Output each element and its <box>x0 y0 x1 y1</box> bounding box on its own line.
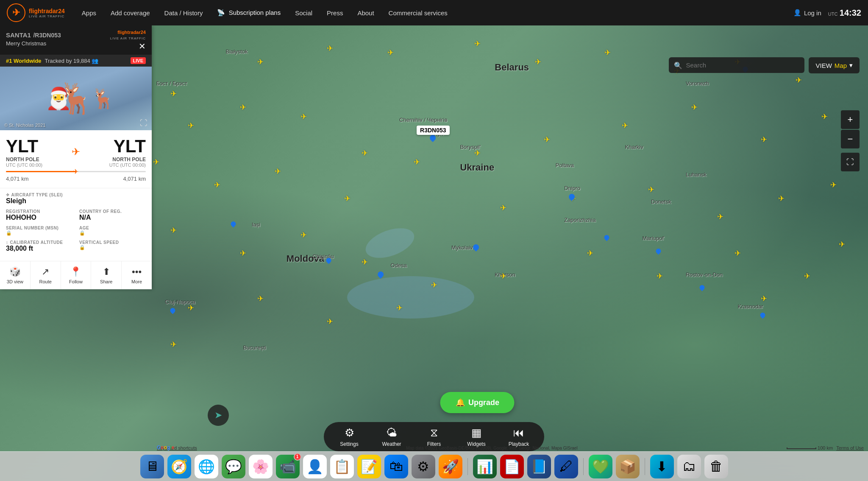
nav-item-add-coverage[interactable]: Add coverage <box>104 6 157 20</box>
toolbar-follow-button[interactable]: 📍 Follow <box>61 261 92 289</box>
weather-icon: 🌤 <box>386 426 397 439</box>
image-expand-button[interactable]: ⛶ <box>140 119 147 128</box>
zoom-in-button[interactable]: + <box>841 110 860 129</box>
santa-scene: 🦌 🎅 🦌 <box>0 67 152 130</box>
weather-button[interactable]: 🌤 Weather <box>379 426 404 447</box>
registration-item: REGISTRATION HOHOHO <box>6 209 72 221</box>
view-button[interactable]: VIEW Map ▾ <box>809 57 860 73</box>
nav-item-apps[interactable]: Apps <box>75 6 103 20</box>
arrival-info: YLT NORTH POLE UTC (UTC 00:00) <box>109 136 146 168</box>
facetime-badge: 1 <box>294 453 301 461</box>
terms-link[interactable]: Terms of Use <box>836 445 864 450</box>
notes-icon: 📝 <box>361 459 378 475</box>
map-attribution: Map data ©2021 GeoBasis-DE/BKG (©2009), … <box>406 446 577 450</box>
nav-item-commercial[interactable]: Commercial services <box>382 6 454 20</box>
nav-item-social[interactable]: Social <box>288 6 319 20</box>
dock-sysprefs[interactable]: ⚙ <box>412 455 435 478</box>
nav-item-press[interactable]: Press <box>320 6 350 20</box>
more-icon: ••• <box>132 266 142 277</box>
sysprefs-icon: ⚙ <box>417 459 429 475</box>
panel-close-button[interactable]: ✕ <box>139 42 146 50</box>
aircraft-type-value: Sleigh <box>6 197 146 205</box>
panel-tracked: Tracked by 19,884 👥 <box>45 58 99 64</box>
dock-trash[interactable]: 🗑 <box>704 455 728 478</box>
login-button[interactable]: 👤 Log in <box>793 9 821 17</box>
panel-callsign-suffix: /R3DN053 <box>33 32 61 39</box>
zoom-out-button[interactable]: − <box>841 130 860 148</box>
contacts-icon: 👤 <box>306 459 323 475</box>
toolbar-3d-view-button[interactable]: 🎲 3D view <box>0 261 31 289</box>
dock-launchpad[interactable]: 🚀 <box>439 455 462 478</box>
panel-rank: #1 Worldwide <box>6 58 42 64</box>
toolbar-more-button[interactable]: ••• More <box>122 261 152 289</box>
settings-icon: ⚙ <box>345 426 354 439</box>
panel-image: 🦌 🎅 🦌 © St. Nicholas 2021 ⛶ <box>0 67 152 130</box>
serial-lock-icon: 🔒 <box>6 230 72 236</box>
dock-word[interactable]: 📘 <box>527 455 551 478</box>
fr24-logo: flightradar24 <box>117 30 146 35</box>
dock-notes[interactable]: 📝 <box>357 455 381 478</box>
nav-time-block: UTC 14:32 <box>828 8 861 18</box>
toolbar-share-button[interactable]: ⬆ Share <box>91 261 122 289</box>
details-section: ✈ AIRCRAFT TYPE (SLEI) Sleigh REGISTRATI… <box>0 188 152 261</box>
registration-label: REGISTRATION <box>6 209 72 214</box>
altitude-value: 38,000 ft <box>6 245 72 252</box>
dock-safari[interactable]: 🧭 <box>167 455 191 478</box>
plane-icon: ✈ <box>6 193 10 197</box>
departure-info: YLT NORTH POLE UTC (UTC 00:00) <box>6 136 42 168</box>
altitude-label: ↕ CALIBRATED ALTITUDE <box>6 240 72 245</box>
dock-folder[interactable]: 🗂 <box>677 455 701 478</box>
dock-contacts[interactable]: 👤 <box>303 455 327 478</box>
dock-appstore[interactable]: 🛍 <box>384 455 408 478</box>
detail-row-serial: SERIAL NUMBER (MSN) 🔒 AGE 🔒 <box>6 226 146 236</box>
3d-view-icon: 🎲 <box>9 266 21 277</box>
dock-excel[interactable]: 📊 <box>473 455 497 478</box>
altitude-item: ↕ CALIBRATED ALTITUDE 38,000 ft <box>6 240 72 252</box>
reminders-icon: 📋 <box>334 459 351 475</box>
nav-item-about[interactable]: About <box>351 6 381 20</box>
search-wrapper: 🔍 <box>669 57 804 73</box>
follow-icon: 📍 <box>70 266 81 277</box>
dock-reminders[interactable]: 📋 <box>330 455 354 478</box>
dock-facetime[interactable]: 📹 1 <box>276 455 300 478</box>
share-icon: ⬆ <box>103 266 110 277</box>
playback-button[interactable]: ⏮ Playback <box>506 426 531 447</box>
nav-item-data-history[interactable]: Data / History <box>158 6 210 20</box>
dock-acrobat[interactable]: 📄 <box>500 455 524 478</box>
user-icon: 👤 <box>793 9 801 17</box>
upgrade-button[interactable]: 🔔 Upgrade <box>440 392 515 413</box>
people-icon: 👥 <box>92 58 98 64</box>
dock-messages[interactable]: 💬 <box>222 455 245 478</box>
arrival-name: NORTH POLE <box>109 157 146 162</box>
arrival-tz: UTC (UTC 00:00) <box>109 162 146 168</box>
toolbar-route-button[interactable]: ↗ Route <box>31 261 61 289</box>
dock-finder[interactable]: 🖥 <box>140 455 164 478</box>
dock-chrome[interactable]: 🌐 <box>195 455 218 478</box>
nav-item-subscription[interactable]: 📡 Subscription plans <box>210 6 287 20</box>
vspeed-label: VERTICAL SPEED <box>79 240 146 245</box>
dock-downloads[interactable]: ⬇ <box>650 455 674 478</box>
filters-button[interactable]: ⧖ Filters <box>421 426 447 447</box>
filters-icon: ⧖ <box>430 426 438 439</box>
settings-button[interactable]: ⚙ Settings <box>337 426 362 447</box>
flight-panel: SANTA1 /R3DN053 Merry Christmas flightra… <box>0 25 152 289</box>
detail-row-registration: REGISTRATION HOHOHO COUNTRY OF REG. N/A <box>6 209 146 221</box>
image-credit: © St. Nicholas 2021 <box>4 123 45 128</box>
expand-button[interactable]: ⛶ <box>841 153 860 171</box>
aircraft-type-item: ✈ AIRCRAFT TYPE (SLEI) Sleigh <box>6 193 146 205</box>
dock-whatsapp[interactable]: 💚 <box>589 455 612 478</box>
serial-label: SERIAL NUMBER (MSN) <box>6 226 72 230</box>
dock-betterzip[interactable]: 📦 <box>616 455 640 478</box>
search-input[interactable] <box>669 57 804 73</box>
location-button[interactable]: ➤ <box>208 405 229 426</box>
panel-header-right: flightradar24 LIVE AIR TRAFFIC ✕ <box>110 30 146 50</box>
widgets-button[interactable]: ▦ Widgets <box>464 426 489 447</box>
lock-icon-age: 🔒 <box>79 230 86 236</box>
dock-affinity[interactable]: 🖊 <box>554 455 578 478</box>
top-navigation: ✈ flightradar24 LIVE AIR TRAFFIC Apps Ad… <box>0 0 868 25</box>
app-logo[interactable]: ✈ flightradar24 LIVE AIR TRAFFIC <box>7 3 65 22</box>
progress-bar: ✈ <box>6 171 146 172</box>
country-value: N/A <box>79 214 146 221</box>
dock-photos[interactable]: 🌸 <box>249 455 273 478</box>
widgets-icon: ▦ <box>471 426 482 439</box>
